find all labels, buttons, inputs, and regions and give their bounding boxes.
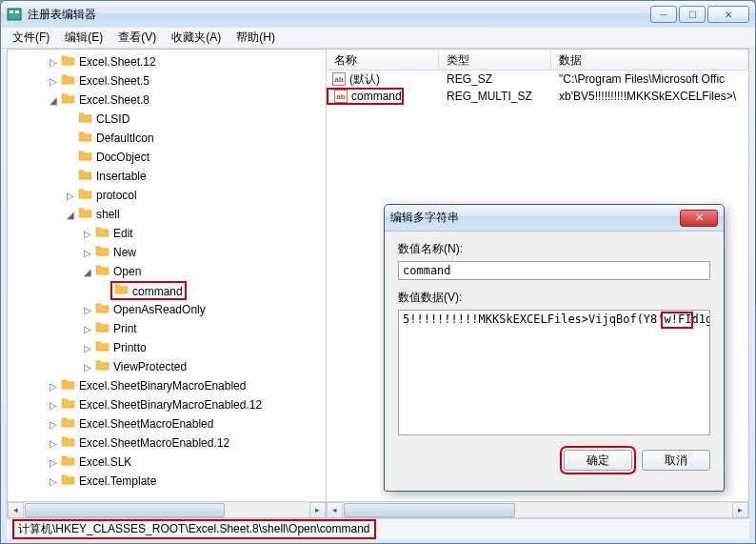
cancel-button[interactable]: 取消 bbox=[642, 450, 710, 471]
folder-icon bbox=[61, 73, 79, 89]
tree-item[interactable]: ▷Edit bbox=[8, 225, 326, 242]
folder-icon bbox=[78, 188, 96, 203]
folder-icon bbox=[78, 111, 96, 127]
maximize-button[interactable]: ☐ bbox=[679, 6, 706, 23]
tree-item[interactable]: DefaultIcon bbox=[8, 130, 326, 147]
col-data[interactable]: 数据 bbox=[551, 50, 748, 70]
string-value-icon: ab bbox=[334, 90, 348, 103]
ok-button[interactable]: 确定 bbox=[564, 450, 632, 471]
close-button[interactable]: ✕ bbox=[707, 6, 749, 23]
expand-icon[interactable]: ▷ bbox=[48, 437, 59, 449]
statusbar: 计算机\HKEY_CLASSES_ROOT\Excel.Sheet.8\shel… bbox=[7, 518, 749, 539]
scroll-left-icon[interactable]: ◂ bbox=[327, 502, 343, 518]
scroll-right-icon[interactable]: ▸ bbox=[732, 502, 748, 518]
tree-hscroll[interactable]: ◂ ▸ bbox=[8, 501, 326, 517]
value-data: "C:\Program Files\Microsoft Offic bbox=[551, 72, 748, 86]
tree-item[interactable]: ▷Excel.Sheet.12 bbox=[8, 53, 326, 71]
scroll-left-icon[interactable]: ◂ bbox=[8, 502, 24, 518]
menu-file[interactable]: 文件(F) bbox=[5, 28, 57, 48]
tree-item[interactable]: command bbox=[8, 282, 326, 299]
value-data: xb'BV5!!!!!!!!!!MKKSkEXCELFiles>\ bbox=[551, 90, 748, 103]
value-name-field[interactable]: command bbox=[398, 261, 710, 280]
value-type: REG_SZ bbox=[439, 72, 551, 86]
expand-icon[interactable]: ▷ bbox=[82, 323, 93, 334]
expand-icon[interactable]: ▷ bbox=[65, 190, 76, 201]
window-title: 注册表编辑器 bbox=[28, 7, 650, 23]
tree-item[interactable]: ▷OpenAsReadOnly bbox=[8, 301, 326, 318]
menu-help[interactable]: 帮助(H) bbox=[229, 28, 283, 48]
menu-favorites[interactable]: 收藏夹(A) bbox=[164, 28, 229, 48]
tree-item[interactable]: ▷Printto bbox=[8, 339, 326, 356]
folder-icon bbox=[78, 150, 96, 165]
tree-item-label: Excel.SLK bbox=[79, 455, 131, 469]
expand-icon[interactable]: ▷ bbox=[82, 304, 93, 315]
expand-icon[interactable]: ▷ bbox=[48, 418, 59, 430]
content-area: ▷Excel.Sheet.12▷Excel.Sheet.5◢Excel.Shee… bbox=[7, 49, 749, 518]
tree-item[interactable]: ▷Excel.SLK bbox=[8, 453, 326, 471]
tree-item[interactable]: ▷Excel.SheetBinaryMacroEnabled.12 bbox=[8, 396, 326, 413]
tree-item[interactable]: ▷protocol bbox=[8, 187, 326, 204]
registry-tree[interactable]: ▷Excel.Sheet.12▷Excel.Sheet.5◢Excel.Shee… bbox=[8, 50, 326, 490]
menubar: 文件(F) 编辑(E) 查看(V) 收藏夹(A) 帮助(H) bbox=[1, 28, 755, 49]
list-row[interactable]: ab(默认)REG_SZ"C:\Program Files\Microsoft … bbox=[327, 71, 748, 88]
folder-icon bbox=[114, 285, 132, 298]
expand-icon[interactable]: ◢ bbox=[65, 209, 76, 220]
value-data-textarea[interactable] bbox=[398, 310, 710, 435]
tree-item-label: Excel.Sheet.5 bbox=[79, 74, 149, 88]
menu-view[interactable]: 查看(V) bbox=[110, 28, 164, 48]
no-expand bbox=[65, 151, 76, 163]
expand-icon[interactable]: ◢ bbox=[48, 94, 59, 106]
col-type[interactable]: 类型 bbox=[439, 50, 551, 70]
tree-item[interactable]: ▷Print bbox=[8, 320, 326, 337]
folder-icon bbox=[61, 473, 79, 489]
list-hscroll[interactable]: ◂ ▸ bbox=[327, 501, 748, 517]
tree-item[interactable]: ▷Excel.Template bbox=[8, 473, 326, 490]
expand-icon[interactable]: ▷ bbox=[48, 399, 59, 411]
expand-icon[interactable]: ▷ bbox=[82, 342, 93, 353]
svg-rect-0 bbox=[8, 9, 21, 20]
expand-icon[interactable]: ▷ bbox=[48, 456, 59, 468]
col-name[interactable]: 名称 bbox=[327, 50, 439, 70]
tree-item-label: OpenAsReadOnly bbox=[113, 303, 206, 316]
value-name: command bbox=[351, 90, 402, 103]
tree-item[interactable]: CLSID bbox=[8, 111, 326, 128]
tree-item[interactable]: ▷New bbox=[8, 244, 326, 261]
expand-icon[interactable]: ▷ bbox=[82, 361, 93, 373]
expand-icon[interactable]: ◢ bbox=[82, 266, 93, 277]
tree-item-label: protocol bbox=[96, 189, 137, 202]
expand-icon[interactable]: ▷ bbox=[82, 247, 93, 258]
tree-item-label: Insertable bbox=[96, 170, 147, 183]
value-name: (默认) bbox=[349, 71, 380, 88]
expand-icon[interactable]: ▷ bbox=[82, 228, 93, 239]
folder-icon bbox=[95, 321, 113, 336]
tree-item[interactable]: ▷Excel.Sheet.5 bbox=[8, 72, 326, 90]
tree-item[interactable]: Insertable bbox=[8, 168, 326, 185]
tree-item[interactable]: ▷Excel.SheetMacroEnabled.12 bbox=[8, 434, 326, 452]
list-body[interactable]: ab(默认)REG_SZ"C:\Program Files\Microsoft … bbox=[327, 71, 748, 105]
tree-item-label: Excel.SheetBinaryMacroEnabled bbox=[79, 379, 246, 393]
tree-item[interactable]: ▷ViewProtected bbox=[8, 358, 326, 375]
dialog-close-button[interactable]: ✕ bbox=[680, 210, 718, 227]
expand-icon[interactable]: ▷ bbox=[48, 475, 59, 487]
folder-icon bbox=[95, 302, 113, 317]
expand-icon[interactable]: ▷ bbox=[48, 75, 59, 87]
scroll-right-icon[interactable]: ▸ bbox=[309, 502, 326, 518]
tree-item[interactable]: DocObject bbox=[8, 149, 326, 166]
tree-item[interactable]: ◢shell bbox=[8, 206, 326, 223]
minimize-button[interactable]: ─ bbox=[650, 6, 677, 23]
tree-item[interactable]: ▷Excel.SheetMacroEnabled bbox=[8, 415, 326, 433]
folder-icon bbox=[95, 264, 113, 279]
folder-icon bbox=[61, 454, 79, 470]
tree-pane: ▷Excel.Sheet.12▷Excel.Sheet.5◢Excel.Shee… bbox=[8, 50, 327, 517]
tree-item-label: ViewProtected bbox=[113, 360, 187, 373]
edit-multistring-dialog: 编辑多字符串 ✕ 数值名称(N): command 数值数据(V): 确定 取消 bbox=[384, 204, 725, 492]
folder-icon bbox=[61, 92, 79, 108]
tree-item[interactable]: ▷Excel.SheetBinaryMacroEnabled bbox=[8, 377, 326, 394]
tree-item[interactable]: ◢Open bbox=[8, 263, 326, 280]
tree-item[interactable]: ◢Excel.Sheet.8 bbox=[8, 91, 326, 109]
expand-icon[interactable]: ▷ bbox=[48, 56, 59, 68]
expand-icon[interactable]: ▷ bbox=[48, 380, 59, 392]
list-row[interactable]: abcommandREG_MULTI_SZxb'BV5!!!!!!!!!!MKK… bbox=[327, 88, 748, 105]
menu-edit[interactable]: 编辑(E) bbox=[57, 28, 110, 48]
folder-icon bbox=[78, 207, 96, 222]
